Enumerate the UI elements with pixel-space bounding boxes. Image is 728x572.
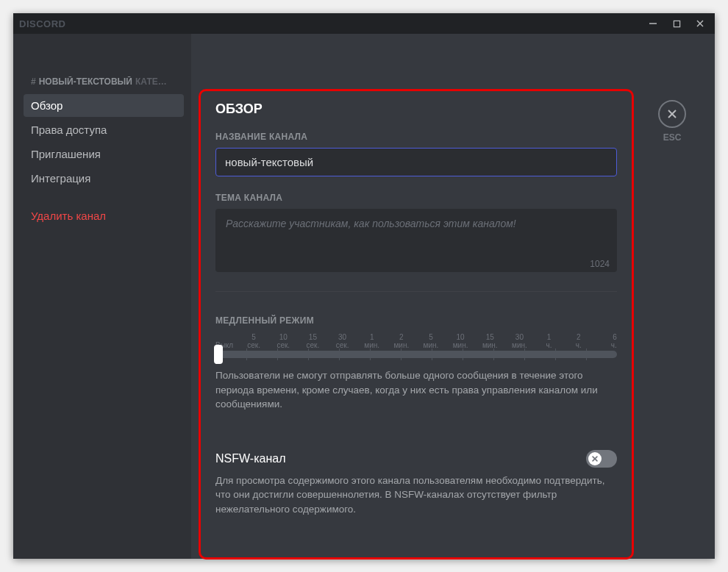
app-window: DISCORD #НОВЫЙ-ТЕКСТОВЫЙКАТЕ… Обзор Прав… [13,13,715,559]
sidebar-item-integrations[interactable]: Интеграция [24,167,184,190]
page-title: ОБЗОР [215,101,617,117]
slowmode-tick-label: 1мин. [362,333,382,349]
window-controls [649,19,709,28]
minimize-icon[interactable] [649,19,657,28]
divider [215,291,617,292]
sidebar-item-overview[interactable]: Обзор [24,94,184,117]
main-panel: ОБЗОР НАЗВАНИЕ КАНАЛА ТЕМА КАНАЛА 1024 М… [191,34,715,559]
slowmode-section: МЕДЛЕННЫЙ РЕЖИМ Выкл5сек.10сек.15сек.30с… [215,315,617,412]
esc-label: ESC [663,132,682,143]
slowmode-track[interactable] [215,351,617,358]
channel-topic-label: ТЕМА КАНАЛА [215,193,617,203]
slowmode-tick-label: 10сек. [273,333,293,349]
channel-name-label: НАЗВАНИЕ КАНАЛА [215,132,617,142]
close-icon[interactable] [696,19,704,28]
app-brand: DISCORD [19,18,65,29]
sidebar-channel-category: КАТЕ… [135,76,167,87]
sidebar: #НОВЫЙ-ТЕКСТОВЫЙКАТЕ… Обзор Права доступ… [13,34,191,559]
slowmode-tick-label: 5мин. [421,333,441,349]
sidebar-channel-name: НОВЫЙ-ТЕКСТОВЫЙ [39,76,132,87]
slowmode-thumb[interactable] [214,345,223,364]
slowmode-tick-label: 10мин. [450,333,471,349]
slowmode-tick-label: 2мин. [391,333,412,349]
slowmode-tick-label: 1ч. [539,333,560,349]
nsfw-title: NSFW-канал [215,452,285,465]
slowmode-tick-label: 5сек. [243,333,264,349]
slowmode-tick-label: 15мин. [479,333,500,349]
channel-topic-input[interactable] [215,209,617,272]
channel-name-input[interactable] [215,148,617,176]
slowmode-slider[interactable]: Выкл5сек.10сек.15сек.30сек.1мин.2мин.5ми… [215,333,617,358]
content-area: #НОВЫЙ-ТЕКСТОВЫЙКАТЕ… Обзор Права доступ… [13,34,715,559]
nsfw-help-text: Для просмотра содержимого этого канала п… [215,473,617,517]
slowmode-tick-label: 30мин. [509,333,529,349]
slowmode-tick-labels: Выкл5сек.10сек.15сек.30сек.1мин.2мин.5ми… [215,333,617,349]
maximize-icon[interactable] [672,19,681,28]
nsfw-row: NSFW-канал [215,450,617,468]
close-settings-button[interactable]: ESC [657,100,687,143]
slowmode-tick-label: 15сек. [302,333,323,349]
settings-overview-panel: ОБЗОР НАЗВАНИЕ КАНАЛА ТЕМА КАНАЛА 1024 М… [199,89,634,560]
svg-rect-1 [674,21,679,26]
channel-topic-charcount: 1024 [590,259,610,269]
slowmode-help-text: Пользователи не смогут отправлять больше… [215,368,617,412]
hash-icon: # [31,76,36,87]
slowmode-tick-label: 2ч. [568,333,589,349]
sidebar-item-delete-channel[interactable]: Удалить канал [24,204,184,227]
channel-topic-wrap: 1024 [215,209,617,275]
sidebar-item-invites[interactable]: Приглашения [24,143,184,165]
sidebar-channel-header: #НОВЫЙ-ТЕКСТОВЫЙКАТЕ… [24,76,191,94]
slowmode-label: МЕДЛЕННЫЙ РЕЖИМ [215,315,617,326]
sidebar-item-permissions[interactable]: Права доступа [24,118,184,141]
toggle-knob [588,452,602,465]
slowmode-tick-label: 6ч. [598,333,617,349]
slowmode-tick-label: 30сек. [332,333,353,349]
titlebar: DISCORD [13,13,715,34]
close-icon [658,100,686,128]
nsfw-toggle[interactable] [586,450,617,468]
